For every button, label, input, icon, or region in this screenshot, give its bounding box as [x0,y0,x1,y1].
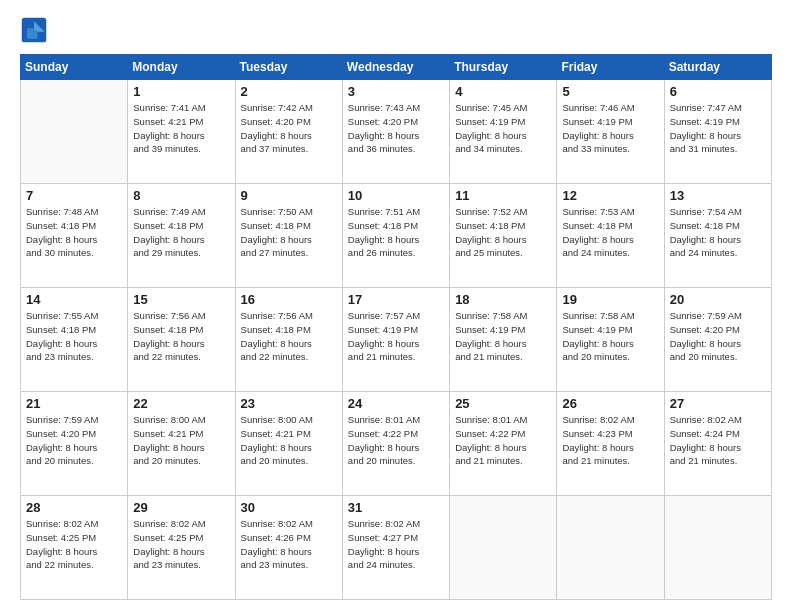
calendar-cell [21,80,128,184]
day-number: 11 [455,188,551,203]
calendar-cell: 12Sunrise: 7:53 AM Sunset: 4:18 PM Dayli… [557,184,664,288]
day-number: 28 [26,500,122,515]
day-info: Sunrise: 7:53 AM Sunset: 4:18 PM Dayligh… [562,205,658,260]
weekday-header-thursday: Thursday [450,55,557,80]
calendar-cell: 8Sunrise: 7:49 AM Sunset: 4:18 PM Daylig… [128,184,235,288]
calendar-cell: 2Sunrise: 7:42 AM Sunset: 4:20 PM Daylig… [235,80,342,184]
day-info: Sunrise: 7:48 AM Sunset: 4:18 PM Dayligh… [26,205,122,260]
calendar-cell: 10Sunrise: 7:51 AM Sunset: 4:18 PM Dayli… [342,184,449,288]
day-number: 8 [133,188,229,203]
day-info: Sunrise: 7:59 AM Sunset: 4:20 PM Dayligh… [670,309,766,364]
day-info: Sunrise: 7:42 AM Sunset: 4:20 PM Dayligh… [241,101,337,156]
week-row-3: 14Sunrise: 7:55 AM Sunset: 4:18 PM Dayli… [21,288,772,392]
day-info: Sunrise: 7:58 AM Sunset: 4:19 PM Dayligh… [562,309,658,364]
day-number: 16 [241,292,337,307]
calendar-cell: 24Sunrise: 8:01 AM Sunset: 4:22 PM Dayli… [342,392,449,496]
calendar-cell: 1Sunrise: 7:41 AM Sunset: 4:21 PM Daylig… [128,80,235,184]
calendar-cell [450,496,557,600]
calendar-cell: 18Sunrise: 7:58 AM Sunset: 4:19 PM Dayli… [450,288,557,392]
calendar-cell: 19Sunrise: 7:58 AM Sunset: 4:19 PM Dayli… [557,288,664,392]
calendar-cell: 31Sunrise: 8:02 AM Sunset: 4:27 PM Dayli… [342,496,449,600]
day-info: Sunrise: 7:56 AM Sunset: 4:18 PM Dayligh… [241,309,337,364]
day-info: Sunrise: 8:02 AM Sunset: 4:26 PM Dayligh… [241,517,337,572]
day-info: Sunrise: 8:02 AM Sunset: 4:23 PM Dayligh… [562,413,658,468]
day-number: 22 [133,396,229,411]
weekday-header-monday: Monday [128,55,235,80]
page: SundayMondayTuesdayWednesdayThursdayFrid… [0,0,792,612]
day-info: Sunrise: 8:02 AM Sunset: 4:25 PM Dayligh… [26,517,122,572]
day-number: 3 [348,84,444,99]
day-info: Sunrise: 8:02 AM Sunset: 4:24 PM Dayligh… [670,413,766,468]
day-info: Sunrise: 7:47 AM Sunset: 4:19 PM Dayligh… [670,101,766,156]
calendar-cell: 26Sunrise: 8:02 AM Sunset: 4:23 PM Dayli… [557,392,664,496]
svg-marker-3 [27,28,38,39]
calendar-cell: 27Sunrise: 8:02 AM Sunset: 4:24 PM Dayli… [664,392,771,496]
day-number: 15 [133,292,229,307]
day-number: 12 [562,188,658,203]
day-number: 20 [670,292,766,307]
week-row-1: 1Sunrise: 7:41 AM Sunset: 4:21 PM Daylig… [21,80,772,184]
day-info: Sunrise: 7:56 AM Sunset: 4:18 PM Dayligh… [133,309,229,364]
calendar-cell: 3Sunrise: 7:43 AM Sunset: 4:20 PM Daylig… [342,80,449,184]
day-number: 9 [241,188,337,203]
calendar-cell: 13Sunrise: 7:54 AM Sunset: 4:18 PM Dayli… [664,184,771,288]
day-number: 29 [133,500,229,515]
calendar-cell: 30Sunrise: 8:02 AM Sunset: 4:26 PM Dayli… [235,496,342,600]
day-info: Sunrise: 7:58 AM Sunset: 4:19 PM Dayligh… [455,309,551,364]
day-number: 7 [26,188,122,203]
day-info: Sunrise: 7:49 AM Sunset: 4:18 PM Dayligh… [133,205,229,260]
weekday-header-row: SundayMondayTuesdayWednesdayThursdayFrid… [21,55,772,80]
day-info: Sunrise: 7:52 AM Sunset: 4:18 PM Dayligh… [455,205,551,260]
day-number: 2 [241,84,337,99]
day-number: 21 [26,396,122,411]
header [20,16,772,44]
calendar-cell: 20Sunrise: 7:59 AM Sunset: 4:20 PM Dayli… [664,288,771,392]
day-info: Sunrise: 7:41 AM Sunset: 4:21 PM Dayligh… [133,101,229,156]
logo [20,16,52,44]
calendar-cell: 4Sunrise: 7:45 AM Sunset: 4:19 PM Daylig… [450,80,557,184]
day-info: Sunrise: 7:55 AM Sunset: 4:18 PM Dayligh… [26,309,122,364]
calendar-cell: 16Sunrise: 7:56 AM Sunset: 4:18 PM Dayli… [235,288,342,392]
day-info: Sunrise: 8:02 AM Sunset: 4:27 PM Dayligh… [348,517,444,572]
day-number: 10 [348,188,444,203]
week-row-5: 28Sunrise: 8:02 AM Sunset: 4:25 PM Dayli… [21,496,772,600]
weekday-header-tuesday: Tuesday [235,55,342,80]
day-number: 4 [455,84,551,99]
weekday-header-friday: Friday [557,55,664,80]
day-number: 13 [670,188,766,203]
day-info: Sunrise: 8:00 AM Sunset: 4:21 PM Dayligh… [133,413,229,468]
week-row-4: 21Sunrise: 7:59 AM Sunset: 4:20 PM Dayli… [21,392,772,496]
calendar-cell: 21Sunrise: 7:59 AM Sunset: 4:20 PM Dayli… [21,392,128,496]
logo-icon [20,16,48,44]
calendar-cell: 28Sunrise: 8:02 AM Sunset: 4:25 PM Dayli… [21,496,128,600]
calendar-cell: 11Sunrise: 7:52 AM Sunset: 4:18 PM Dayli… [450,184,557,288]
day-info: Sunrise: 7:51 AM Sunset: 4:18 PM Dayligh… [348,205,444,260]
calendar-cell: 9Sunrise: 7:50 AM Sunset: 4:18 PM Daylig… [235,184,342,288]
day-info: Sunrise: 7:45 AM Sunset: 4:19 PM Dayligh… [455,101,551,156]
calendar-cell: 22Sunrise: 8:00 AM Sunset: 4:21 PM Dayli… [128,392,235,496]
day-number: 25 [455,396,551,411]
calendar-cell [557,496,664,600]
day-info: Sunrise: 7:43 AM Sunset: 4:20 PM Dayligh… [348,101,444,156]
calendar-cell: 14Sunrise: 7:55 AM Sunset: 4:18 PM Dayli… [21,288,128,392]
calendar-table: SundayMondayTuesdayWednesdayThursdayFrid… [20,54,772,600]
day-number: 26 [562,396,658,411]
day-number: 24 [348,396,444,411]
weekday-header-wednesday: Wednesday [342,55,449,80]
week-row-2: 7Sunrise: 7:48 AM Sunset: 4:18 PM Daylig… [21,184,772,288]
calendar-cell: 15Sunrise: 7:56 AM Sunset: 4:18 PM Dayli… [128,288,235,392]
day-number: 5 [562,84,658,99]
day-number: 14 [26,292,122,307]
day-info: Sunrise: 8:02 AM Sunset: 4:25 PM Dayligh… [133,517,229,572]
day-info: Sunrise: 8:01 AM Sunset: 4:22 PM Dayligh… [455,413,551,468]
day-info: Sunrise: 8:00 AM Sunset: 4:21 PM Dayligh… [241,413,337,468]
calendar-cell: 29Sunrise: 8:02 AM Sunset: 4:25 PM Dayli… [128,496,235,600]
day-info: Sunrise: 7:59 AM Sunset: 4:20 PM Dayligh… [26,413,122,468]
calendar-cell: 5Sunrise: 7:46 AM Sunset: 4:19 PM Daylig… [557,80,664,184]
day-number: 1 [133,84,229,99]
calendar-cell: 17Sunrise: 7:57 AM Sunset: 4:19 PM Dayli… [342,288,449,392]
calendar-cell: 6Sunrise: 7:47 AM Sunset: 4:19 PM Daylig… [664,80,771,184]
calendar-cell [664,496,771,600]
day-number: 6 [670,84,766,99]
weekday-header-saturday: Saturday [664,55,771,80]
